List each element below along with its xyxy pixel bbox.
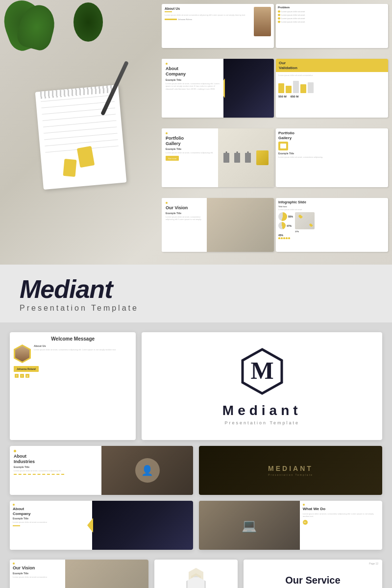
ovb-example: Example Title bbox=[13, 572, 62, 575]
what-we-do-title: What We Do bbox=[303, 507, 379, 512]
ai-example-title: Example Title bbox=[14, 466, 98, 468]
mediant-dark-title: MEDIANT bbox=[268, 465, 313, 472]
card-our-vision-bottom[interactable]: Our Vision Example Title Lorem ipsum dol… bbox=[10, 560, 148, 588]
card-mediant-dark[interactable]: MEDIANT Presentation Template bbox=[199, 446, 382, 495]
service-page-number: Page 12 bbox=[369, 562, 378, 565]
card-mediant-logo: M Mediant Presentation Template bbox=[142, 332, 382, 440]
slide-our-validation[interactable]: OurValidation Lorem ipsum dolor sit amet… bbox=[276, 59, 388, 118]
pg-body: Lorem ipsum dolor sit amet, consectetur … bbox=[166, 151, 214, 154]
ac-sm-example: Example Title bbox=[13, 517, 89, 520]
ac-body: Lorem ipsum dolor sit amet, consectetur … bbox=[166, 82, 220, 91]
mediant-logo-hex: M bbox=[240, 347, 284, 396]
portfolio-gallery-title: PortfolioGallery bbox=[166, 136, 214, 147]
brand-section: Mediant Presentation Template bbox=[0, 265, 392, 322]
slide-our-vision-main[interactable]: Our Vision Example Title Lorem ipsum dol… bbox=[162, 198, 274, 252]
notebook-decoration bbox=[35, 85, 127, 190]
infographic-title-here: Title here bbox=[278, 205, 386, 208]
mediant-dark-subtitle: Presentation Template bbox=[268, 473, 313, 476]
pct4: 45% bbox=[278, 234, 386, 237]
about-industries-title: AboutIndustries bbox=[14, 454, 98, 465]
our-vision-bottom-title: Our Vision bbox=[13, 565, 62, 571]
validation-title: OurValidation bbox=[279, 61, 385, 70]
our-service-title: Our ServiceSlide bbox=[285, 574, 340, 588]
brand-subtitle: Presentation Template bbox=[20, 304, 139, 313]
see-more-btn[interactable]: See more bbox=[168, 157, 176, 160]
ac-sm-title: AboutCompany bbox=[13, 507, 89, 516]
card-our-service[interactable]: Page 12 Our ServiceSlide bbox=[244, 560, 382, 588]
slide-problem[interactable]: Problem Lorem ipsum dolor sit amet Lorem… bbox=[276, 4, 388, 48]
ai-body: Lorem ipsum dolor sit amet, consectetur … bbox=[14, 469, 98, 472]
card-welcome-message[interactable]: Welcome Message About Us Lorem ipsum dol… bbox=[10, 332, 136, 440]
svg-text:M: M bbox=[250, 357, 273, 384]
val-1: 550 M bbox=[278, 95, 287, 98]
slide-about-company-main[interactable]: AboutCompany Example Title Lorem ipsum d… bbox=[162, 59, 274, 118]
pg-sm-body: Lorem ipsum dolor sit amet, consectetur … bbox=[278, 156, 386, 159]
val-2: 650 M bbox=[291, 95, 299, 98]
about-us-title: About Us bbox=[165, 7, 252, 10]
card-about-company-sm[interactable]: AboutCompany Example Title Lorem ipsum d… bbox=[10, 501, 193, 550]
slides-row-1: Welcome Message About Us Lorem ipsum dol… bbox=[10, 332, 382, 440]
ac-example-title: Example Title bbox=[166, 78, 220, 81]
infographic-title: Infographic Slide bbox=[278, 200, 386, 204]
pct3: 17% bbox=[295, 230, 386, 233]
pg-sm-example: Example Title bbox=[278, 152, 386, 155]
brand-title: Mediant bbox=[20, 274, 139, 304]
top-section: About Us Lorem ipsum dolor sit amet cons… bbox=[0, 0, 392, 265]
slide-about-us[interactable]: About Us Lorem ipsum dolor sit amet cons… bbox=[162, 4, 274, 48]
slides-row-2: AboutIndustries Example Title Lorem ipsu… bbox=[10, 446, 382, 495]
wwd-body: Lorem ipsum dolor sit amet, consectetur … bbox=[303, 513, 379, 518]
ov-body: Lorem ipsum dolor sit amet, consectetur … bbox=[166, 216, 203, 221]
pct2: 47% bbox=[287, 224, 292, 227]
binder-clip-2 bbox=[63, 159, 77, 177]
welcome-person-name: Johanna Roland bbox=[17, 368, 36, 370]
about-company-main-title: AboutCompany bbox=[166, 66, 220, 77]
slide-portfolio-gallery-sm[interactable]: PortfolioGallery Example Title Lorem ips… bbox=[276, 128, 388, 187]
logo-brand-tagline: Presentation Template bbox=[225, 420, 299, 425]
slide-portfolio-gallery-main[interactable]: PortfolioGallery Example Title Lorem ips… bbox=[162, 128, 274, 187]
logo-brand-name: Mediant bbox=[222, 403, 302, 418]
slides-top-grid: About Us Lorem ipsum dolor sit amet cons… bbox=[162, 0, 392, 265]
ov-example: Example Title bbox=[166, 212, 203, 215]
our-vision-title: Our Vision bbox=[166, 205, 203, 211]
middle-section: Welcome Message About Us Lorem ipsum dol… bbox=[0, 322, 392, 560]
plant-decoration-small bbox=[74, 2, 103, 42]
pg-sm-title: PortfolioGallery bbox=[278, 131, 386, 140]
slide-infographic[interactable]: Infographic Slide Title here Lorem ipsum… bbox=[276, 198, 388, 252]
pct1: 55% bbox=[288, 215, 293, 218]
person-name-top: Johanna Rolens bbox=[178, 18, 192, 21]
slides-row-3: AboutCompany Example Title Lorem ipsum d… bbox=[10, 501, 382, 550]
pg-example-title: Example Title bbox=[166, 147, 214, 150]
card-about-industries[interactable]: AboutIndustries Example Title Lorem ipsu… bbox=[10, 446, 193, 495]
welcome-message-title: Welcome Message bbox=[14, 336, 132, 342]
card-what-we-do[interactable]: 💻 What We Do Lorem ipsum dolor sit amet,… bbox=[199, 501, 382, 550]
